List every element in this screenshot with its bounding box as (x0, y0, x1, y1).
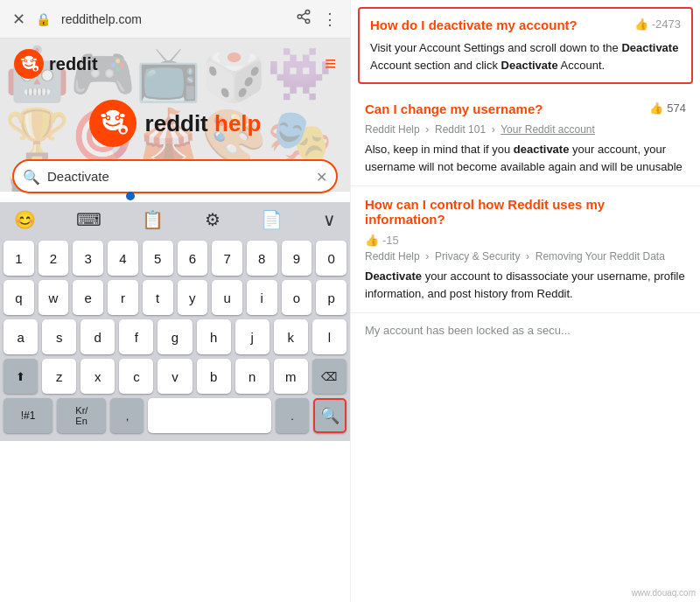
key-search[interactable]: 🔍 (313, 398, 346, 433)
svg-point-12 (32, 58, 37, 60)
key-comma[interactable]: , (110, 398, 144, 433)
key-u[interactable]: u (212, 280, 242, 315)
key-e[interactable]: e (73, 280, 103, 315)
key-shift[interactable]: ⬆ (4, 359, 38, 394)
reddit-page: 🤖🎮📺🎲👾🏆🎯🎪🎨🎭🎬🎸🎺🎻🥁🎹🎤🎧🎼🎵🎶🎷🎸 (0, 38, 350, 602)
key-d[interactable]: d (80, 319, 115, 354)
search-cursor (126, 192, 135, 200)
doc-toolbar-btn[interactable]: 📄 (254, 207, 290, 232)
key-v[interactable]: v (158, 359, 192, 394)
upvote-icon-3: 👍 (365, 234, 379, 247)
expand-toolbar-btn[interactable]: ∨ (316, 207, 343, 232)
key-x[interactable]: x (80, 359, 115, 394)
browser-share-icon[interactable] (296, 9, 312, 29)
svg-line-3 (301, 18, 305, 20)
vote-count-2: 574 (667, 102, 686, 115)
keyboard-row-zxcv: ⬆ z x c v b n m ⌫ (4, 359, 346, 394)
key-special-chars[interactable]: !#1 (4, 398, 52, 433)
result-title-1[interactable]: How do I deactivate my account? (370, 18, 578, 32)
key-r[interactable]: r (108, 280, 138, 315)
key-h[interactable]: h (197, 319, 231, 354)
result-item-4-partial: My account has been locked as a secu... (351, 313, 700, 347)
result-item-3: How can I control how Reddit uses my inf… (351, 186, 700, 313)
reddit-help-snoo-icon (89, 100, 136, 147)
key-c[interactable]: c (119, 359, 153, 394)
upvote-icon-2: 👍 (649, 102, 663, 115)
svg-point-11 (21, 58, 25, 60)
result-header-1: How do I deactivate my account? 👍 -2473 (370, 18, 681, 36)
key-delete[interactable]: ⌫ (312, 359, 346, 394)
key-3[interactable]: 3 (73, 241, 103, 276)
search-container: 🔍 ✕ (12, 159, 338, 193)
key-6[interactable]: 6 (178, 241, 208, 276)
result-vote-3: 👍 -15 (365, 234, 399, 247)
svg-line-4 (301, 13, 305, 16)
key-p[interactable]: p (316, 280, 346, 315)
key-8[interactable]: 8 (247, 241, 277, 276)
key-g[interactable]: g (158, 319, 192, 354)
svg-point-19 (107, 116, 109, 119)
keyboard: 1 2 3 4 5 6 7 8 9 0 q w e r t y u i (0, 237, 350, 441)
key-o[interactable]: o (282, 280, 312, 315)
key-f[interactable]: f (119, 319, 153, 354)
keyboard-row-bottom: !#1 Kr/En , . 🔍 (4, 398, 346, 433)
keyboard-toolbar-btn[interactable]: ⌨ (69, 207, 108, 232)
browser-lock-icon: 🔒 (36, 12, 51, 26)
key-i[interactable]: i (247, 280, 277, 315)
hamburger-icon[interactable]: ≡ (325, 52, 336, 75)
key-b[interactable]: b (197, 359, 231, 394)
key-t[interactable]: t (143, 280, 173, 315)
settings-toolbar-btn[interactable]: ⚙ (198, 207, 228, 232)
browser-close-icon[interactable]: ✕ (12, 10, 25, 29)
result-body-2: Also, keep in mind that if you deactivat… (365, 141, 686, 175)
svg-point-22 (119, 113, 125, 117)
key-0[interactable]: 0 (316, 241, 346, 276)
result-title-3[interactable]: How can I control how Reddit uses my inf… (365, 197, 686, 227)
emoji-toolbar-btn[interactable]: 😊 (7, 207, 43, 232)
reddit-help-hero: reddit help (0, 86, 350, 156)
key-space[interactable] (148, 398, 271, 433)
svg-point-21 (100, 113, 106, 117)
result-vote-2: 👍 574 (649, 102, 686, 115)
svg-point-24 (121, 128, 125, 132)
reddit-snoo-icon (14, 49, 44, 79)
key-w[interactable]: w (38, 280, 69, 315)
key-y[interactable]: y (178, 280, 208, 315)
key-5[interactable]: 5 (143, 241, 173, 276)
result-item-2: Can I change my username? 👍 574 Reddit H… (351, 91, 700, 186)
key-k[interactable]: k (274, 319, 308, 354)
search-icon-left: 🔍 (23, 168, 40, 185)
browser-menu-icon[interactable]: ⋮ (322, 10, 338, 29)
result-breadcrumb-3: Reddit Help › Privacy & Security › Remov… (365, 250, 686, 262)
key-lang[interactable]: Kr/En (57, 398, 106, 433)
key-l[interactable]: l (312, 319, 346, 354)
clipboard-toolbar-btn[interactable]: 📋 (135, 207, 171, 232)
key-9[interactable]: 9 (282, 241, 312, 276)
result-header-2: Can I change my username? 👍 574 (365, 102, 686, 120)
reddit-help-title: reddit help (145, 110, 262, 137)
key-z[interactable]: z (42, 359, 76, 394)
key-n[interactable]: n (235, 359, 270, 394)
search-input[interactable] (12, 159, 338, 193)
result-body-3: Deactivate your account to disassociate … (365, 268, 686, 302)
key-period[interactable]: . (276, 398, 309, 433)
key-q[interactable]: q (4, 280, 34, 315)
key-4[interactable]: 4 (108, 241, 138, 276)
key-m[interactable]: m (274, 359, 308, 394)
key-1[interactable]: 1 (4, 241, 34, 276)
result-item-1: How do I deactivate my account? 👍 -2473 … (358, 7, 693, 84)
result-title-2[interactable]: Can I change my username? (365, 102, 542, 116)
key-a[interactable]: a (4, 319, 38, 354)
key-2[interactable]: 2 (38, 241, 69, 276)
reddit-header: reddit ≡ (0, 38, 350, 86)
vote-count-3: -15 (382, 234, 399, 247)
result-breadcrumb-2: Reddit Help › Reddit 101 › Your Reddit a… (365, 123, 686, 136)
svg-point-14 (34, 67, 37, 70)
key-s[interactable]: s (42, 319, 76, 354)
watermark: www.douaq.com (632, 588, 696, 598)
search-clear-icon[interactable]: ✕ (316, 168, 327, 185)
key-j[interactable]: j (235, 319, 270, 354)
reddit-logo: reddit (14, 49, 98, 79)
key-7[interactable]: 7 (212, 241, 242, 276)
result-body-1: Visit your Account Settings and scroll d… (370, 39, 681, 74)
